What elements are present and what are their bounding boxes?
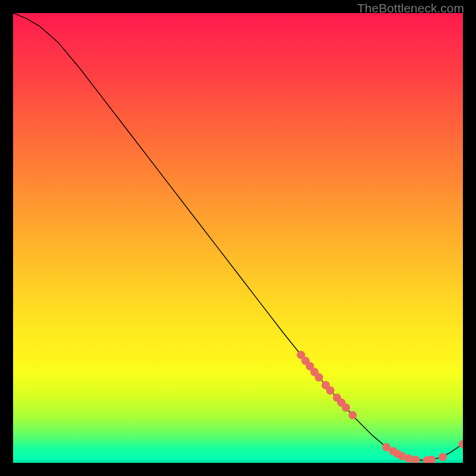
data-point [459, 440, 463, 448]
data-point [326, 386, 334, 394]
bottleneck-curve-path [13, 13, 463, 460]
chart-svg-layer [13, 13, 463, 463]
data-point [349, 411, 357, 419]
data-point [412, 456, 420, 463]
data-point [342, 403, 350, 412]
data-point [315, 373, 323, 381]
data-points-group [297, 351, 463, 463]
watermark-text: TheBottleneck.com [357, 1, 464, 15]
data-point [439, 453, 447, 461]
